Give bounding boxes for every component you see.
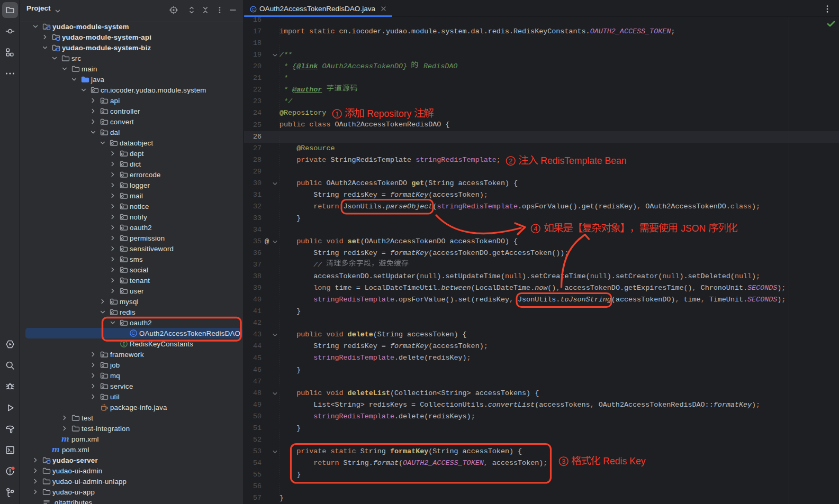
svg-text:2: 2 <box>509 158 512 165</box>
svg-text:3: 3 <box>562 458 565 465</box>
svg-text:4: 4 <box>534 225 537 233</box>
svg-text:1: 1 <box>335 111 339 118</box>
